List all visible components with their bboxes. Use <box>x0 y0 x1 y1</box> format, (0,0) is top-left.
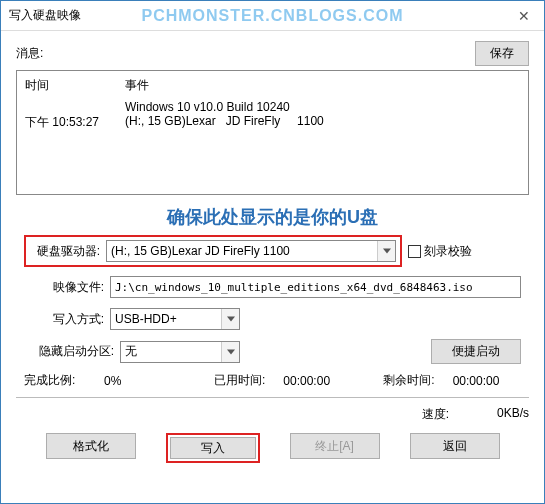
log-header-event: 事件 <box>125 77 520 94</box>
elapsed-value: 00:00:00 <box>283 374 330 388</box>
disk-drive-label: 硬盘驱动器: <box>30 243 100 260</box>
chevron-down-icon <box>221 342 239 362</box>
back-button[interactable]: 返回 <box>410 433 500 459</box>
log-header-time: 时间 <box>25 77 125 94</box>
disk-drive-combo[interactable]: (H:, 15 GB)Lexar JD FireFly 1100 <box>106 240 396 262</box>
done-value: 0% <box>104 374 121 388</box>
checkbox-icon <box>408 245 421 258</box>
titlebar: 写入硬盘映像 PCHMONSTER.CNBLOGS.COM ✕ <box>1 1 544 31</box>
log-box: 时间 事件 Windows 10 v10.0 Build 10240 下午 10… <box>16 70 529 195</box>
speed-value: 0KB/s <box>469 406 529 423</box>
speed-label: 速度: <box>422 406 449 423</box>
log-row: 下午 10:53:27 (H:, 15 GB)Lexar JD FireFly … <box>25 114 520 131</box>
watermark-text: PCHMONSTER.CNBLOGS.COM <box>142 7 404 25</box>
elapsed-label: 已用时间: <box>214 372 265 389</box>
divider <box>16 397 529 398</box>
image-file-input[interactable] <box>110 276 521 298</box>
done-label: 完成比例: <box>24 372 75 389</box>
window-title: 写入硬盘映像 <box>9 7 81 24</box>
verify-checkbox[interactable]: 刻录校验 <box>408 243 472 260</box>
write-mode-combo[interactable]: USB-HDD+ <box>110 308 240 330</box>
annotation-text: 确保此处显示的是你的U盘 <box>16 205 529 229</box>
hidden-boot-label: 隐藏启动分区: <box>24 343 114 360</box>
log-row: Windows 10 v10.0 Build 10240 <box>25 100 520 114</box>
abort-button[interactable]: 终止[A] <box>290 433 380 459</box>
write-button-highlight: 写入 <box>166 433 260 463</box>
disk-drive-highlight: 硬盘驱动器: (H:, 15 GB)Lexar JD FireFly 1100 <box>24 235 402 267</box>
image-file-label: 映像文件: <box>24 279 104 296</box>
chevron-down-icon <box>221 309 239 329</box>
chevron-down-icon <box>377 241 395 261</box>
message-label: 消息: <box>16 45 43 62</box>
format-button[interactable]: 格式化 <box>46 433 136 459</box>
ez-boot-button[interactable]: 便捷启动 <box>431 339 521 364</box>
remain-value: 00:00:00 <box>453 374 500 388</box>
close-button[interactable]: ✕ <box>504 1 544 31</box>
close-icon: ✕ <box>518 8 530 24</box>
save-button[interactable]: 保存 <box>475 41 529 66</box>
remain-label: 剩余时间: <box>383 372 434 389</box>
write-mode-label: 写入方式: <box>24 311 104 328</box>
hidden-boot-combo[interactable]: 无 <box>120 341 240 363</box>
write-button[interactable]: 写入 <box>170 437 256 459</box>
